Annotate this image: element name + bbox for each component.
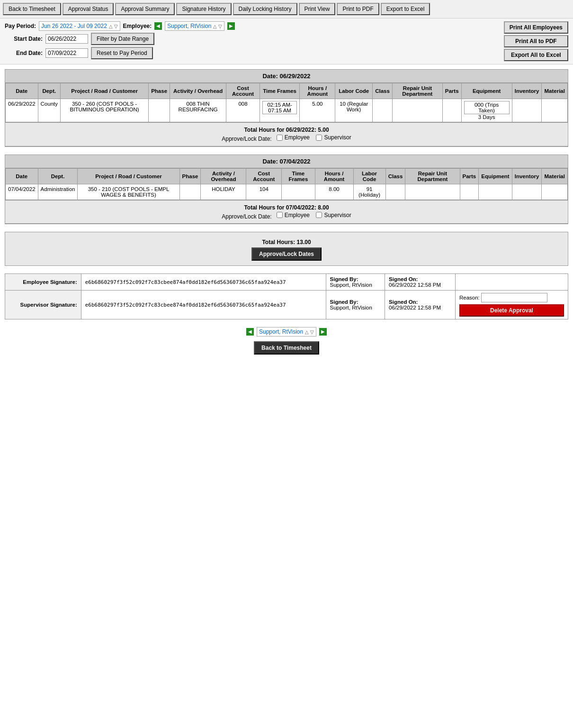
date-header-2: Date: 07/04/2022 xyxy=(5,155,568,168)
employee-label: Employee: xyxy=(123,23,152,29)
col-repair-unit: Repair Unit Department xyxy=(392,83,442,99)
pay-period-arrow: △ ▽ xyxy=(109,24,118,29)
total-row-1: Total Hours for 06/29/2022: 5.00 Approve… xyxy=(5,122,568,146)
cell-parts-2 xyxy=(460,184,479,200)
bottom-back-to-timesheet-btn[interactable]: Back to Timesheet xyxy=(254,341,319,355)
bottom-employee-nav: ◀ Support, RtVision △ ▽ ▶ xyxy=(5,327,568,337)
bottom-prev-icon[interactable]: ◀ xyxy=(246,328,254,336)
export-to-excel-btn[interactable]: Export to Excel xyxy=(381,3,430,15)
supervisor-signed-by-group: Signed By: Support, RtVision xyxy=(326,291,385,319)
employee-sig-row: Employee Signature: e6b6860297f3f52c092f… xyxy=(5,274,568,291)
employee-next-icon[interactable]: ▶ xyxy=(227,22,235,30)
col-time-frames-2: Time Frames xyxy=(282,168,315,184)
approval-summary-btn[interactable]: Approval Summary xyxy=(115,3,175,15)
col-material-2: Material xyxy=(542,168,568,184)
cell-phase xyxy=(149,99,170,122)
print-to-pdf-btn[interactable]: Print to PDF xyxy=(337,3,379,15)
approve-lock-label-2: Approve/Lock Date: xyxy=(222,213,271,219)
reset-to-pay-period-btn[interactable]: Reset to Pay Period xyxy=(91,47,153,59)
approve-employee-2: Employee xyxy=(277,212,310,218)
cell-cost-account-2: 104 xyxy=(246,184,282,200)
controls-right: Print All Employees Print All to PDF Exp… xyxy=(504,21,568,61)
col-dept-2: Dept. xyxy=(38,168,78,184)
bottom-nav-inner: ◀ Support, RtVision △ ▽ ▶ xyxy=(246,327,327,337)
date-section-1: Date: 06/29/2022 Date Dept. Project / Ro… xyxy=(5,69,568,147)
employee-label-2: Employee xyxy=(285,212,310,218)
employee-label-1: Employee xyxy=(285,134,310,141)
table-header-row-1: Date Dept. Project / Road / Customer Pha… xyxy=(6,83,568,99)
supervisor-label-1: Supervisor xyxy=(324,134,351,141)
date-section-2: Date: 07/04/2022 Date Dept. Project / Ro… xyxy=(5,155,568,225)
print-all-to-pdf-btn[interactable]: Print All to PDF xyxy=(504,35,568,47)
bottom-next-icon[interactable]: ▶ xyxy=(319,328,327,336)
reason-label: Reason: xyxy=(459,295,480,300)
col-equipment-2: Equipment xyxy=(479,168,512,184)
col-time-frames: Time Frames xyxy=(260,83,300,99)
cell-time-frames-2 xyxy=(282,184,315,200)
supervisor-signed-on-group: Signed On: 06/29/2022 12:58 PM xyxy=(385,291,456,319)
col-project: Project / Road / Customer xyxy=(61,83,149,99)
print-view-btn[interactable]: Print View xyxy=(299,3,336,15)
delete-approval-btn[interactable]: Delete Approval xyxy=(459,304,564,317)
supervisor-signed-on-value: 06/29/2022 12:58 PM xyxy=(389,305,441,310)
equipment-value: 000 (Trips Taken) xyxy=(464,101,510,114)
employee-prev-icon[interactable]: ◀ xyxy=(154,22,162,30)
daily-locking-history-btn[interactable]: Daily Locking History xyxy=(233,3,297,15)
employee-checkbox-1[interactable] xyxy=(277,135,283,141)
export-all-to-excel-btn[interactable]: Export All to Excel xyxy=(504,49,568,61)
supervisor-signed-by-label: Signed By: xyxy=(330,299,358,305)
supervisor-sig-actions: Reason: Delete Approval xyxy=(455,291,568,319)
supervisor-signed-on-label: Signed On: xyxy=(389,299,418,305)
end-date-input[interactable] xyxy=(45,48,88,58)
pay-period-selector[interactable]: Jun 26 2022 - Jul 09 2022 △ ▽ xyxy=(39,21,120,31)
cell-repair-unit xyxy=(392,99,442,122)
supervisor-sig-hash: e6b6860297f3f52c092f7c83cbee874af0dd182e… xyxy=(81,291,326,319)
supervisor-checkbox-1[interactable] xyxy=(316,135,322,141)
bottom-arrow: △ ▽ xyxy=(305,329,314,335)
cell-date: 06/29/2022 xyxy=(6,99,38,122)
col-parts-2: Parts xyxy=(460,168,479,184)
approval-status-btn[interactable]: Approval Status xyxy=(63,3,114,15)
col-inventory-2: Inventory xyxy=(512,168,542,184)
col-activity-2: Activity / Overhead xyxy=(201,168,246,184)
supervisor-sig-row: Supervisor Signature: e6b6860297f3f52c09… xyxy=(5,291,568,319)
col-labor-code: Labor Code xyxy=(335,83,373,99)
start-date-label: Start Date: xyxy=(5,36,43,42)
cell-class xyxy=(373,99,393,122)
signature-history-btn[interactable]: Signature History xyxy=(176,3,231,15)
employee-checkbox-2[interactable] xyxy=(277,212,283,218)
col-equipment: Equipment xyxy=(461,83,512,99)
col-cost-account: Cost Account xyxy=(226,83,260,99)
employee-signed-by-label: Signed By: xyxy=(330,276,358,282)
col-cost-account-2: Cost Account xyxy=(246,168,282,184)
filter-by-date-btn[interactable]: Filter by Date Range xyxy=(91,33,154,45)
data-table-1: Date Dept. Project / Road / Customer Pha… xyxy=(5,83,568,122)
employee-selector[interactable]: Support, RtVision △ ▽ xyxy=(165,21,224,31)
cell-phase-2 xyxy=(179,184,201,200)
bottom-employee-name: Support, RtVision xyxy=(259,328,303,335)
date-header-1: Date: 06/29/2022 xyxy=(5,70,568,83)
approve-employee-1: Employee xyxy=(277,134,310,141)
start-date-input[interactable] xyxy=(45,34,88,44)
col-project-2: Project / Road / Customer xyxy=(78,168,179,184)
supervisor-signed-by-value: Support, RtVision xyxy=(330,305,372,310)
col-class: Class xyxy=(373,83,393,99)
cell-class-2 xyxy=(385,184,405,200)
supervisor-label-2: Supervisor xyxy=(324,212,351,218)
col-hours-2: Hours / Amount xyxy=(315,168,353,184)
print-all-employees-btn[interactable]: Print All Employees xyxy=(504,21,568,34)
col-date: Date xyxy=(6,83,38,99)
cell-hours-2: 8.00 xyxy=(315,184,353,200)
back-to-timesheet-btn[interactable]: Back to Timesheet xyxy=(3,3,61,15)
reason-input[interactable] xyxy=(481,293,547,302)
bottom-employee-selector[interactable]: Support, RtVision △ ▽ xyxy=(257,327,316,337)
data-table-2: Date Dept. Project / Road / Customer Pha… xyxy=(5,168,568,200)
approve-lock-dates-btn[interactable]: Approve/Lock Dates xyxy=(251,247,322,261)
reason-group: Reason: xyxy=(459,293,564,302)
col-date-2: Date xyxy=(6,168,38,184)
cell-project: 350 - 260 (COST POOLS - BITUMINOUS OPERA… xyxy=(61,99,149,122)
cell-cost-account: 008 xyxy=(226,99,260,122)
cell-equipment-2 xyxy=(479,184,512,200)
equipment-extra: 3 Days xyxy=(478,114,495,120)
supervisor-checkbox-2[interactable] xyxy=(316,212,322,218)
